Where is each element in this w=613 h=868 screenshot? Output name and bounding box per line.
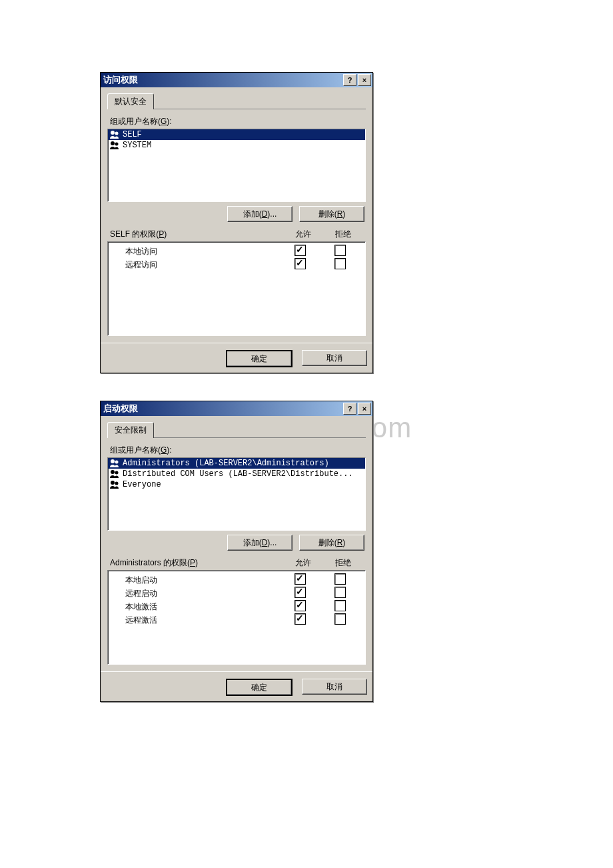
user-group-icon [109,141,120,150]
permission-name: 本地启动 [113,575,280,586]
svg-point-6 [111,470,115,474]
dialog-title: 启动权限 [103,403,138,415]
permissions-listbox: 本地访问远程访问 [107,241,366,336]
help-button[interactable]: ? [343,403,356,415]
list-item-label: SYSTEM [123,141,151,150]
permission-name: 远程激活 [113,615,280,626]
help-button[interactable]: ? [343,74,356,86]
allow-checkbox[interactable] [295,245,306,256]
user-group-icon [109,130,120,139]
list-item-label: Administrators (LAB-SERVER2\Administrato… [123,459,329,468]
allow-checkbox[interactable] [295,573,306,585]
deny-checkbox[interactable] [334,573,346,585]
users-listbox[interactable]: Administrators (LAB-SERVER2\Administrato… [107,457,366,531]
allow-header: 允许 [283,557,323,569]
close-button[interactable]: × [358,74,371,86]
add-button[interactable]: 添加(D)... [227,535,293,551]
list-item[interactable]: Distributed COM Users (LAB-SERVER2\Distr… [108,469,365,479]
list-item-label: Everyone [123,480,161,489]
groups-label: 组或用户名称(G): [110,116,366,127]
permission-row: 远程启动 [113,587,360,600]
svg-point-9 [115,482,119,485]
svg-point-1 [115,132,119,135]
permission-name: 本地访问 [113,246,280,257]
tab-default-security[interactable]: 默认安全 [107,93,154,109]
allow-checkbox[interactable] [295,258,306,269]
groups-label: 组或用户名称(G): [110,445,366,456]
user-group-icon [109,469,120,479]
list-item-label: Distributed COM Users (LAB-SERVER2\Distr… [123,469,353,479]
allow-header: 允许 [283,229,323,240]
permission-row: 远程激活 [113,613,360,627]
svg-point-3 [115,143,119,146]
permission-row: 远程访问 [113,258,360,271]
deny-header: 拒绝 [323,557,363,569]
svg-point-4 [111,459,115,463]
remove-button[interactable]: 删除(R) [299,206,364,222]
permission-name: 本地激活 [113,601,280,613]
deny-checkbox[interactable] [334,258,346,269]
deny-checkbox[interactable] [334,613,346,625]
permissions-for-label: Administrators 的权限(P) [110,557,283,569]
svg-point-7 [115,471,119,475]
svg-point-2 [111,141,115,145]
tab-security-limit[interactable]: 安全限制 [107,422,154,438]
ok-button[interactable]: 确定 [226,679,293,696]
list-item[interactable]: Everyone [108,479,365,490]
permissions-listbox: 本地启动远程启动本地激活远程激活 [107,570,366,665]
add-button[interactable]: 添加(D)... [227,206,293,222]
svg-point-0 [111,131,115,135]
cancel-button[interactable]: 取消 [302,679,367,695]
cancel-button[interactable]: 取消 [302,350,367,366]
svg-point-8 [111,481,115,485]
dialog-title: 访问权限 [103,74,138,86]
permission-name: 远程启动 [113,588,280,599]
svg-point-5 [115,461,119,464]
user-group-icon [109,480,120,489]
titlebar: 访问权限 ? × [101,73,372,87]
allow-checkbox[interactable] [295,600,306,611]
ok-button[interactable]: 确定 [226,350,293,367]
deny-checkbox[interactable] [334,245,346,256]
allow-checkbox[interactable] [295,587,306,598]
users-listbox[interactable]: SELFSYSTEM [107,129,366,202]
list-item[interactable]: SYSTEM [108,140,365,151]
deny-checkbox[interactable] [334,600,346,611]
list-item[interactable]: SELF [108,129,365,140]
deny-header: 拒绝 [323,229,363,240]
permissions-for-label: SELF 的权限(P) [110,229,283,240]
list-item-label: SELF [123,130,142,139]
launch-permission-dialog: 启动权限 ? × 安全限制 组或用户名称(G): Administrators … [100,401,373,702]
list-item[interactable]: Administrators (LAB-SERVER2\Administrato… [108,458,365,469]
permission-name: 远程访问 [113,259,280,271]
user-group-icon [109,459,120,468]
permission-row: 本地访问 [113,245,360,258]
permission-row: 本地激活 [113,600,360,613]
remove-button[interactable]: 删除(R) [299,535,364,551]
access-permission-dialog: 访问权限 ? × 默认安全 组或用户名称(G): SELFSYSTEM 添加(D… [100,72,373,373]
allow-checkbox[interactable] [295,613,306,625]
titlebar: 启动权限 ? × [101,401,372,416]
deny-checkbox[interactable] [334,587,346,598]
close-button[interactable]: × [358,403,371,415]
permission-row: 本地启动 [113,573,360,587]
